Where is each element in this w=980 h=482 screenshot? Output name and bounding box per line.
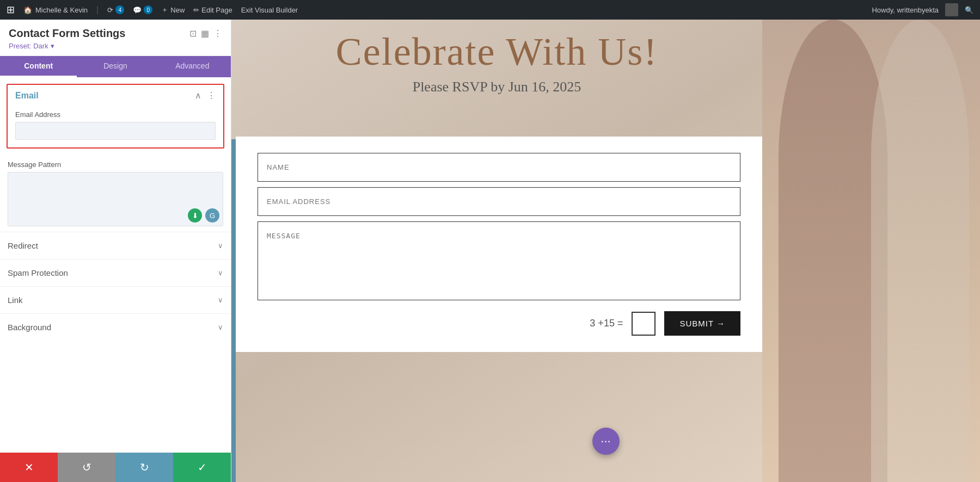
spam-protection-section[interactable]: Spam Protection ∨ bbox=[0, 259, 231, 286]
email-address-label: Email Address bbox=[15, 110, 216, 119]
user-avatar[interactable] bbox=[945, 3, 958, 16]
contact-form: 3 +15 = SUBMIT → bbox=[236, 137, 762, 352]
email-more-icon[interactable]: ⋮ bbox=[207, 90, 216, 101]
email-address-input[interactable] bbox=[15, 122, 216, 140]
preset-chevron-icon: ▾ bbox=[51, 42, 54, 50]
redo-button[interactable]: ↻ bbox=[115, 453, 173, 482]
layout-icon[interactable]: ▦ bbox=[201, 28, 209, 39]
email-section-icons: ∧ ⋮ bbox=[195, 90, 216, 101]
left-accent-bar bbox=[231, 139, 236, 482]
spam-protection-label: Spam Protection bbox=[8, 268, 68, 277]
captcha-equation: 3 +15 = bbox=[590, 318, 623, 329]
undo-icon: ↺ bbox=[82, 461, 91, 474]
sidebar-title: Contact Form Settings bbox=[9, 27, 125, 40]
undo-button[interactable]: ↺ bbox=[58, 453, 115, 482]
cancel-icon: ✕ bbox=[24, 461, 34, 474]
grammarly-icon[interactable]: G bbox=[205, 208, 219, 223]
cancel-button[interactable]: ✕ bbox=[0, 453, 58, 482]
new-button[interactable]: ＋ New bbox=[161, 5, 185, 15]
email-section: Email ∧ ⋮ Email Address bbox=[7, 84, 224, 149]
message-pattern-area[interactable]: ⬇ G bbox=[8, 172, 223, 226]
person-right-silhouette bbox=[871, 20, 969, 482]
background-section[interactable]: Background ∨ bbox=[0, 313, 231, 341]
background-chevron-icon: ∨ bbox=[218, 323, 223, 331]
captcha-input-box[interactable] bbox=[632, 312, 656, 336]
tab-content[interactable]: Content bbox=[0, 56, 77, 77]
sidebar-title-row: Contact Form Settings ⊡ ▦ ⋮ bbox=[9, 27, 222, 40]
link-chevron-icon: ∨ bbox=[218, 296, 223, 304]
link-label: Link bbox=[8, 295, 23, 305]
site-name-text: Michelle & Kevin bbox=[35, 6, 88, 14]
preset-label: Preset: bbox=[9, 42, 31, 50]
message-pattern-label: Message Pattern bbox=[8, 160, 223, 169]
sidebar-header: Contact Form Settings ⊡ ▦ ⋮ Preset: Dark… bbox=[0, 20, 231, 56]
save-button[interactable]: ✓ bbox=[173, 453, 231, 482]
sidebar-tabs: Content Design Advanced bbox=[0, 56, 231, 77]
comments-button[interactable]: 💬 0 bbox=[133, 5, 152, 14]
email-section-title: Email bbox=[15, 91, 39, 101]
message-pattern-icons: ⬇ G bbox=[188, 208, 219, 223]
sidebar-content: Email ∧ ⋮ Email Address Message Pattern … bbox=[0, 77, 231, 453]
comments-count: 0 bbox=[144, 5, 152, 14]
sidebar-bottom-buttons: ✕ ↺ ↻ ✓ bbox=[0, 453, 231, 482]
revisions-button[interactable]: ⟳ 4 bbox=[107, 5, 124, 14]
window-icon[interactable]: ⊡ bbox=[189, 28, 197, 39]
site-name[interactable]: 🏠 Michelle & Kevin bbox=[23, 6, 88, 14]
email-section-header: Email ∧ ⋮ bbox=[8, 85, 223, 106]
edit-page-label: Edit Page bbox=[201, 6, 232, 14]
canvas-heading: Celebrate With Us! Please RSVP by Jun 16… bbox=[231, 20, 762, 95]
name-field[interactable] bbox=[258, 153, 740, 182]
topbar-right: Howdy, writtenbyekta 🔍 bbox=[872, 3, 973, 16]
canvas: Celebrate With Us! Please RSVP by Jun 16… bbox=[231, 20, 980, 482]
dots-icon: ··· bbox=[601, 434, 610, 448]
celebrate-prefix: C bbox=[336, 30, 363, 73]
message-pattern-section: Message Pattern ⬇ G bbox=[0, 155, 231, 232]
message-field[interactable] bbox=[258, 221, 740, 300]
submit-label: SUBMIT → bbox=[679, 319, 725, 328]
rsvp-text: Please RSVP by Jun 16, 2025 bbox=[231, 79, 762, 95]
submit-button[interactable]: SUBMIT → bbox=[664, 311, 740, 336]
wp-icon[interactable]: ⊞ bbox=[7, 4, 15, 16]
couple-image bbox=[762, 20, 980, 482]
redirect-label: Redirect bbox=[8, 241, 38, 250]
sidebar-preset[interactable]: Preset: Dark ▾ bbox=[9, 42, 222, 50]
email-collapse-icon[interactable]: ∧ bbox=[195, 90, 201, 101]
redo-icon: ↻ bbox=[140, 461, 149, 474]
link-section[interactable]: Link ∨ bbox=[0, 286, 231, 313]
tab-advanced[interactable]: Advanced bbox=[154, 56, 231, 77]
tab-design[interactable]: Design bbox=[77, 56, 154, 77]
submit-row: 3 +15 = SUBMIT → bbox=[258, 311, 740, 336]
email-section-body: Email Address bbox=[8, 106, 223, 147]
new-label: New bbox=[170, 6, 185, 14]
more-options-icon[interactable]: ⋮ bbox=[213, 28, 222, 39]
celebrate-main: elebrate With Us! bbox=[363, 30, 658, 73]
revisions-count: 4 bbox=[115, 5, 124, 14]
ai-icon[interactable]: ⬇ bbox=[188, 208, 202, 223]
main-area: Contact Form Settings ⊡ ▦ ⋮ Preset: Dark… bbox=[0, 20, 980, 482]
floating-options-button[interactable]: ··· bbox=[592, 428, 620, 455]
redirect-section[interactable]: Redirect ∨ bbox=[0, 232, 231, 259]
sidebar: Contact Form Settings ⊡ ▦ ⋮ Preset: Dark… bbox=[0, 20, 231, 482]
redirect-chevron-icon: ∨ bbox=[218, 242, 223, 250]
search-icon[interactable]: 🔍 bbox=[965, 6, 973, 14]
exit-label: Exit Visual Builder bbox=[241, 6, 298, 14]
howdy-text: Howdy, writtenbyekta bbox=[872, 6, 939, 14]
celebrate-text: Celebrate With Us! bbox=[231, 30, 762, 73]
preset-value: Dark bbox=[33, 42, 48, 50]
sidebar-header-icons: ⊡ ▦ ⋮ bbox=[189, 28, 222, 39]
email-field[interactable] bbox=[258, 187, 740, 216]
background-label: Background bbox=[8, 323, 51, 332]
edit-page-button[interactable]: ✏ Edit Page bbox=[193, 6, 232, 14]
spam-protection-chevron-icon: ∨ bbox=[218, 269, 223, 277]
topbar: ⊞ 🏠 Michelle & Kevin | ⟳ 4 💬 0 ＋ New ✏ E… bbox=[0, 0, 980, 20]
save-icon: ✓ bbox=[198, 461, 207, 474]
exit-visual-builder-button[interactable]: Exit Visual Builder bbox=[241, 6, 298, 14]
